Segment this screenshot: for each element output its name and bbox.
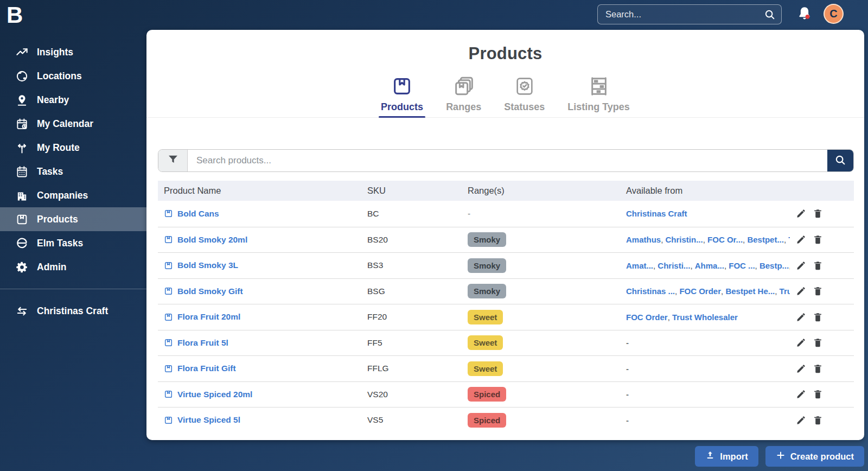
delete-button[interactable] (813, 234, 823, 245)
notifications-bell-icon[interactable] (796, 5, 813, 23)
product-search-button[interactable] (827, 150, 853, 171)
product-link[interactable]: Flora Fruit 20ml (177, 312, 240, 322)
pencil-icon (796, 212, 806, 220)
product-icon (164, 209, 173, 218)
insights-icon (15, 46, 28, 59)
table-row: Flora Fruit GiftFFLGSweet- (158, 355, 854, 381)
sidebar-item-insights[interactable]: Insights (0, 40, 146, 64)
product-name-cell: Bold Cans (158, 209, 361, 219)
range-badge: Spiced (468, 387, 506, 402)
product-name-cell: Flora Fruit Gift (158, 364, 361, 373)
edit-button[interactable] (796, 260, 806, 271)
edit-button[interactable] (796, 364, 806, 374)
sidebar-item-label: Companies (37, 190, 88, 201)
trash-icon (813, 238, 823, 246)
pencil-icon (796, 290, 806, 298)
available-from-cell: - (620, 364, 790, 373)
available-from-link[interactable]: FOC ... (729, 261, 755, 270)
product-link[interactable]: Virtue Spiced 20ml (177, 390, 252, 399)
edit-button[interactable] (796, 415, 806, 425)
product-search-bar (158, 149, 854, 172)
table-row: Virtue Spiced 5lVS5Spiced- (158, 407, 854, 433)
delete-button[interactable] (813, 286, 823, 296)
range-badge: Smoky (468, 284, 506, 298)
available-from-link[interactable]: FOC Order (679, 287, 721, 296)
delete-button[interactable] (813, 338, 823, 348)
product-link[interactable]: Flora Fruit 5l (177, 338, 228, 348)
delete-button[interactable] (813, 260, 823, 271)
edit-button[interactable] (796, 234, 806, 245)
available-from-link[interactable]: Bestp... (760, 261, 789, 270)
locations-icon (15, 69, 28, 82)
range-badge: Spiced (468, 413, 506, 428)
edit-button[interactable] (796, 338, 806, 348)
row-actions (790, 312, 854, 322)
available-from-link[interactable]: Trust Wholesaler (672, 313, 738, 322)
filter-button[interactable] (158, 150, 188, 171)
available-from-link[interactable]: Amat... (626, 261, 653, 270)
available-from-link[interactable]: Bestpet... (747, 235, 784, 244)
sidebar-item-tasks[interactable]: Tasks (0, 160, 146, 183)
available-from-link[interactable]: Christi... (658, 261, 690, 270)
edit-button[interactable] (796, 312, 806, 322)
available-from-link[interactable]: Amathus (626, 235, 661, 244)
sidebar-item-label: Locations (37, 71, 82, 82)
product-link[interactable]: Bold Smoky Gift (177, 287, 243, 296)
create-product-button[interactable]: Create product (765, 446, 864, 467)
product-link[interactable]: Flora Fruit Gift (177, 364, 236, 373)
pencil-icon (796, 393, 806, 401)
available-from-link[interactable]: Christinas ... (626, 287, 675, 296)
available-from-link[interactable]: FOC Or... (707, 235, 743, 244)
range-badge: Smoky (468, 258, 506, 273)
available-from-link[interactable]: Bestpet He... (725, 287, 775, 296)
product-search-input[interactable] (188, 150, 827, 171)
upload-icon (705, 450, 715, 462)
edit-button[interactable] (796, 389, 806, 399)
product-link[interactable]: Bold Smoky 20ml (177, 235, 247, 245)
avatar[interactable]: C (824, 4, 844, 24)
delete-button[interactable] (813, 415, 823, 425)
delete-button[interactable] (813, 364, 823, 374)
sidebar-item-christinas-craft[interactable]: Christinas Craft (0, 299, 146, 323)
product-link[interactable]: Virtue Spiced 5l (177, 415, 240, 425)
available-from-link[interactable]: Ahma... (695, 261, 724, 270)
calendar-icon (15, 117, 28, 130)
product-link[interactable]: Bold Smoky 3L (177, 260, 238, 270)
delete-button[interactable] (813, 312, 823, 322)
edit-button[interactable] (796, 208, 806, 219)
ranges-cell: Smoky (462, 232, 620, 247)
sku-cell: BSG (361, 287, 462, 296)
sidebar-item-label: My Calendar (37, 118, 93, 130)
available-from-link[interactable]: FOC Order (626, 313, 668, 322)
sidebar-item-elm-tasks[interactable]: Elm Tasks (0, 231, 146, 255)
tab-ranges[interactable]: Ranges (444, 74, 483, 117)
sidebar-item-locations[interactable]: Locations (0, 64, 146, 88)
tab-statuses[interactable]: Statuses (502, 74, 547, 117)
sidebar-item-nearby[interactable]: Nearby (0, 88, 146, 112)
column-header-available-from: Available from (620, 186, 790, 196)
plus-icon (776, 450, 786, 462)
sku-cell: FF20 (361, 312, 462, 322)
sidebar-item-companies[interactable]: Companies (0, 183, 146, 207)
available-from-link[interactable]: Christinas Craft (626, 209, 687, 218)
product-link[interactable]: Bold Cans (177, 209, 219, 219)
delete-button[interactable] (813, 208, 823, 219)
available-from-link[interactable]: Trust Who... (780, 287, 790, 296)
separator: , (690, 261, 694, 270)
edit-button[interactable] (796, 286, 806, 296)
table-row: Flora Fruit 20mlFF20SweetFOC Order, Trus… (158, 304, 854, 330)
tab-listing-types[interactable]: Listing Types (565, 74, 632, 117)
sidebar-item-my-calendar[interactable]: My Calendar (0, 112, 146, 136)
search-icon[interactable] (764, 9, 776, 21)
tab-products[interactable]: Products (379, 74, 425, 117)
range-badge: Smoky (468, 232, 506, 247)
sidebar-item-products[interactable]: Products (0, 207, 146, 231)
available-from-link[interactable]: Christin... (666, 235, 703, 244)
products-icon (15, 213, 28, 226)
sidebar-item-my-route[interactable]: My Route (0, 136, 146, 160)
sidebar-item-admin[interactable]: Admin (0, 255, 146, 279)
delete-button[interactable] (813, 389, 823, 399)
global-search-input[interactable] (605, 9, 764, 20)
table-row: Virtue Spiced 20mlVS20Spiced- (158, 381, 854, 408)
import-button[interactable]: Import (695, 446, 758, 467)
